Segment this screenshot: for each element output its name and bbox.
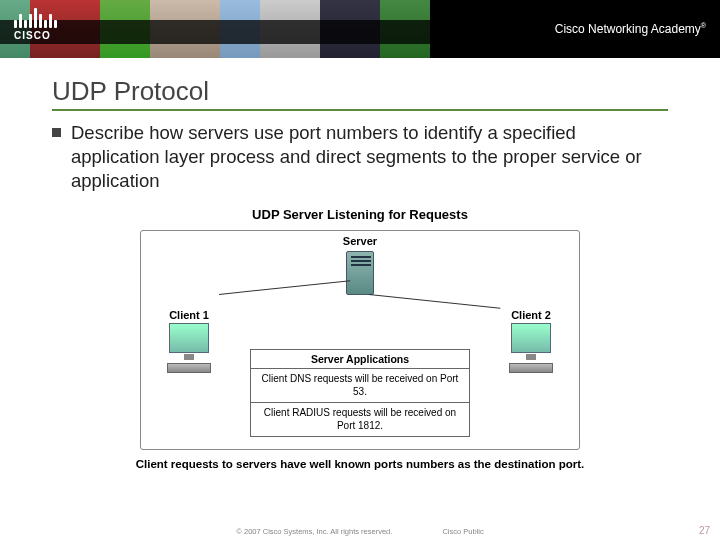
page-number: 27 (699, 525, 710, 536)
cisco-logo: CISCO (14, 6, 57, 41)
pc-base-icon (509, 363, 553, 373)
monitor-icon (511, 323, 551, 353)
diagram-title: UDP Server Listening for Requests (52, 207, 668, 222)
network-diagram: Server Client 1 Client 2 Server Applicat… (140, 230, 580, 450)
bullet-text: Describe how servers use port numbers to… (71, 121, 668, 193)
footer-copyright: © 2007 Cisco Systems, Inc. All rights re… (236, 527, 392, 536)
diagram-caption: Client requests to servers have well kno… (52, 458, 668, 470)
client-1-label: Client 1 (167, 309, 211, 321)
client-1: Client 1 (167, 309, 211, 373)
cisco-bars-icon (14, 6, 57, 28)
slide-title: UDP Protocol (52, 76, 668, 111)
monitor-icon (169, 323, 209, 353)
server-icon (346, 251, 374, 295)
link-line-2 (369, 294, 500, 309)
pc-base-icon (167, 363, 211, 373)
client-2-label: Client 2 (509, 309, 553, 321)
bullet-icon (52, 128, 61, 137)
client-2: Client 2 (509, 309, 553, 373)
diagram-container: UDP Server Listening for Requests Server… (52, 207, 668, 470)
slide-content: UDP Protocol Describe how servers use po… (0, 58, 720, 470)
top-banner: CISCO Cisco Networking Academy® (0, 0, 720, 58)
apps-dns-row: Client DNS requests will be received on … (251, 368, 469, 402)
footer-scope: Cisco Public (442, 527, 483, 536)
server-label: Server (343, 235, 377, 247)
server-applications-box: Server Applications Client DNS requests … (250, 349, 470, 437)
academy-label: Cisco Networking Academy® (555, 22, 706, 36)
link-line-1 (219, 280, 350, 295)
apps-radius-row: Client RADIUS requests will be received … (251, 402, 469, 436)
footer: © 2007 Cisco Systems, Inc. All rights re… (0, 527, 720, 536)
bullet-item: Describe how servers use port numbers to… (52, 121, 668, 193)
apps-box-title: Server Applications (251, 350, 469, 368)
cisco-wordmark: CISCO (14, 30, 57, 41)
